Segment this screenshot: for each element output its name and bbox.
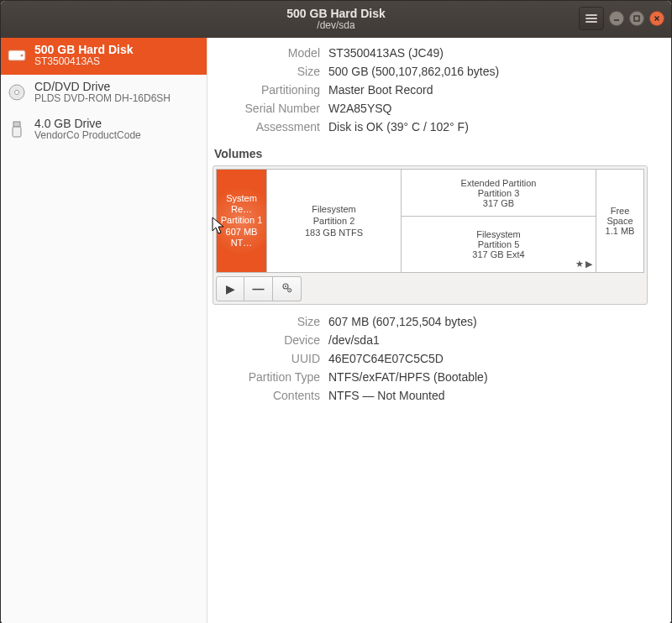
play-icon: ▶	[226, 282, 235, 296]
mount-button[interactable]: ▶	[216, 276, 244, 301]
label-partitioning: Partitioning	[213, 83, 320, 97]
volume-label: Partition 2	[313, 215, 355, 227]
gear-icon	[281, 281, 294, 297]
device-item-usb[interactable]: 4.0 GB Drive VendorCo ProductCode	[1, 112, 207, 149]
label-vol-ptype: Partition Type	[213, 370, 320, 384]
svg-point-5	[21, 54, 24, 56]
value-partitioning: Master Boot Record	[328, 83, 648, 97]
label-vol-device: Device	[213, 333, 320, 347]
value-vol-uuid: 46E07C64E07C5C5D	[328, 352, 648, 365]
svg-rect-8	[13, 122, 20, 127]
label-vol-size: Size	[213, 315, 320, 328]
label-assessment: Assessment	[213, 120, 320, 134]
volume-label: 1.1 MB	[606, 226, 635, 236]
volume-label: Extended Partition	[461, 178, 537, 188]
svg-point-13	[289, 290, 290, 291]
window-close-button[interactable]	[649, 11, 664, 26]
label-model: Model	[213, 46, 320, 60]
value-vol-device: /dev/sda1	[328, 333, 648, 347]
disk-properties: Model ST3500413AS (JC49) Size 500 GB (50…	[213, 41, 648, 144]
partition-options-button[interactable]	[273, 276, 302, 301]
disks-window: 500 GB Hard Disk /dev/sda 500 G	[0, 0, 672, 623]
minus-icon: —	[253, 282, 265, 296]
volume-label: Partition 5	[478, 239, 520, 249]
value-model: ST3500413AS (JC49)	[328, 46, 648, 60]
volume-partition-5[interactable]: Filesystem Partition 5 317 GB Ext4 ★ ▶	[402, 217, 596, 272]
device-item-label: CD/DVD Drive	[34, 80, 171, 93]
volumes-frame: System Re… Partition 1 607 MB NT… Filesy…	[213, 165, 648, 305]
value-serial: W2A85YSQ	[328, 102, 648, 115]
volumes-heading: Volumes	[214, 147, 648, 160]
delete-partition-button[interactable]: —	[244, 276, 273, 301]
value-assessment: Disk is OK (39° C / 102° F)	[328, 120, 648, 134]
value-vol-size: 607 MB (607,125,504 bytes)	[328, 315, 648, 328]
window-minimize-button[interactable]	[609, 11, 624, 26]
device-item-sublabel: PLDS DVD-ROM DH-16D6SH	[34, 93, 171, 105]
device-item-label: 500 GB Hard Disk	[34, 43, 134, 56]
volume-partition-1[interactable]: System Re… Partition 1 607 MB NT…	[217, 170, 267, 272]
usb-drive-icon	[6, 118, 28, 140]
device-item-sublabel: VendorCo ProductCode	[34, 130, 141, 142]
device-item-sublabel: ST3500413AS	[34, 56, 134, 68]
value-size: 500 GB (500,107,862,016 bytes)	[328, 65, 648, 78]
label-serial: Serial Number	[213, 102, 320, 115]
device-item-optical[interactable]: CD/DVD Drive PLDS DVD-ROM DH-16D6SH	[1, 75, 207, 112]
volume-label: Filesystem	[312, 203, 356, 215]
svg-rect-9	[13, 127, 21, 137]
volume-free-space[interactable]: Free Space 1.1 MB	[596, 170, 643, 272]
play-icon: ▶	[585, 259, 592, 270]
titlebar: 500 GB Hard Disk /dev/sda	[1, 1, 671, 38]
window-titles: 500 GB Hard Disk /dev/sda	[1, 8, 671, 32]
volume-label: Partition 3	[478, 188, 520, 198]
device-item-label: 4.0 GB Drive	[34, 117, 141, 130]
value-vol-contents: NTFS — Not Mounted	[328, 389, 648, 402]
volume-label: System Re…	[218, 193, 265, 215]
hard-disk-icon	[6, 44, 28, 66]
window-title: 500 GB Hard Disk	[1, 8, 671, 20]
device-list: 500 GB Hard Disk ST3500413AS CD/DVD Driv…	[1, 38, 207, 623]
optical-drive-icon	[6, 81, 28, 103]
volumes-strip: System Re… Partition 1 607 MB NT… Filesy…	[216, 169, 644, 273]
window-maximize-button[interactable]	[629, 11, 644, 26]
selected-volume-properties: Size 607 MB (607,125,504 bytes) Device /…	[213, 305, 648, 402]
svg-rect-1	[634, 16, 639, 21]
label-vol-contents: Contents	[213, 389, 320, 402]
volume-label: Free Space	[596, 206, 643, 226]
volume-label: 317 GB	[483, 198, 514, 208]
volume-partition-2[interactable]: Filesystem Partition 2 183 GB NTFS	[267, 170, 402, 272]
svg-point-7	[15, 90, 19, 94]
volume-extended-container: Extended Partition Partition 3 317 GB Fi…	[402, 170, 596, 272]
volume-partition-3[interactable]: Extended Partition Partition 3 317 GB	[402, 170, 596, 217]
device-item-hard-disk[interactable]: 500 GB Hard Disk ST3500413AS	[1, 38, 207, 75]
volume-label: 317 GB Ext4	[472, 249, 524, 259]
label-vol-uuid: UUID	[213, 352, 320, 365]
volume-label: 183 GB NTFS	[305, 227, 363, 238]
hamburger-menu-button[interactable]	[579, 7, 604, 30]
label-size: Size	[213, 65, 320, 78]
star-icon: ★	[575, 259, 584, 270]
main-content: Model ST3500413AS (JC49) Size 500 GB (50…	[207, 38, 671, 623]
volume-label: Filesystem	[476, 229, 521, 239]
value-vol-ptype: NTFS/exFAT/HPFS (Bootable)	[328, 370, 648, 384]
volume-label: Partition 1	[221, 215, 263, 226]
window-subtitle: /dev/sda	[1, 20, 671, 31]
svg-point-11	[285, 285, 286, 287]
volume-toolbar: ▶ —	[216, 276, 644, 301]
volume-label: 607 MB NT…	[218, 227, 265, 249]
